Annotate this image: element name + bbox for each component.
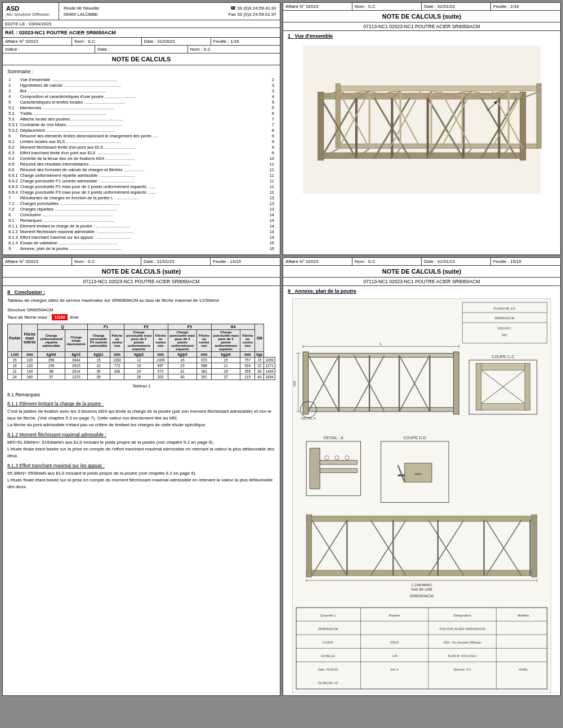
sommaire-page: 11: [265, 161, 275, 167]
svg-rect-1: [320, 153, 522, 159]
sommaire-page: 7: [265, 116, 275, 122]
sommaire-page: 13: [265, 200, 275, 206]
th-p2-charge: Charge ponctuelle maxi pour de 2 points …: [124, 330, 153, 352]
charges-cell: 28: [124, 374, 153, 380]
sommaire-row: 5.3.2Déplacement .......................…: [7, 127, 275, 133]
sommaire-text: Hypothèses de calculs ..................…: [19, 82, 265, 88]
sommaire-page: 14: [265, 212, 275, 217]
sommaire-page: 11: [265, 178, 275, 184]
sommaire-num: 5: [7, 99, 19, 105]
charges-cell: 1392: [110, 358, 124, 363]
sec8-title: Conclusion :: [15, 289, 46, 295]
text811: C'est la platine de fixation avec les 3 …: [7, 408, 275, 428]
charges-cell: 3044: [65, 358, 87, 363]
nom2-cell: Nom : S.C: [188, 46, 280, 53]
sommaire-page: 9: [265, 133, 275, 139]
charges-cell: 22: [255, 363, 264, 369]
sommaire-page: 8: [265, 127, 275, 133]
svg-rect-114: [306, 515, 312, 577]
address-line2: 08460 LALOBBE: [64, 11, 221, 17]
section-9-heading: 9 Annexe, plan de la poutre: [283, 286, 560, 296]
sommaire-page: 14: [265, 234, 275, 240]
sommaire-row: 2Hypothèses de calculs .................…: [7, 82, 275, 88]
sommaire-row: 5.2Treillis ............................…: [7, 110, 275, 116]
charges-cell: 2615: [65, 363, 87, 369]
sommaire-page: 14: [265, 229, 275, 234]
sommaire-row: 6.3Effort tranchant limite d'un pont aux…: [7, 150, 275, 155]
charges-cell: 1271: [264, 363, 275, 369]
sommaire-text: Essais de validation ...................…: [19, 240, 265, 245]
sommaire-num: 8.1.4: [7, 240, 19, 245]
svg-text:SR8050ACM: SR8050ACM: [410, 593, 434, 599]
th-unit-kgs: kgs: [255, 352, 264, 358]
sommaire-row: 6.6.1Charge uniformément répartie admiss…: [7, 172, 275, 178]
charges-cell: 201: [197, 374, 212, 380]
sommaire-text: Moment fléchissant limite d'un pont aux …: [19, 144, 265, 150]
table-caption: Tableau 1: [7, 383, 275, 388]
sommaire-row: 6.4Contrôle de la tenue des vis de fixat…: [7, 155, 275, 161]
top-right-panel: Affaire N° 02023 Nom : S.C Date : 31/01/…: [283, 2, 561, 255]
sommaire-row: 8.1.3Effort tranchant maximal sur les ap…: [7, 234, 275, 240]
charges-cell: 39: [87, 374, 110, 380]
bl-affaire: Affaire N° 02023: [3, 258, 72, 265]
sommaire-num: 6.4: [7, 155, 19, 161]
th-p1-fleche: Flèche au centre mm: [110, 330, 124, 352]
fleche-label: Taux de flèche maxi :: [7, 315, 50, 320]
sommaire-row: 8Conclusion ............................…: [7, 212, 275, 217]
th-p3-fleche: Flèche au centre mm: [197, 330, 212, 352]
fleche-unit: ème: [70, 315, 79, 320]
svg-rect-100: [320, 461, 357, 465]
svg-text:POUTRE ACIER SR8050ACM: POUTRE ACIER SR8050ACM: [439, 627, 485, 631]
svg-rect-94: [525, 364, 530, 410]
svg-rect-91: [476, 364, 530, 370]
sommaire-num: 6.6.2: [7, 178, 19, 184]
sommaire-row: 5.1Membrures ...........................…: [7, 105, 275, 110]
charges-cell: 160: [22, 374, 38, 380]
sommaire-page: 11: [265, 167, 275, 172]
sommaire-num: 5.3: [7, 116, 19, 122]
svg-text:Ind: A: Ind: A: [391, 668, 399, 672]
sub811-text: 8.1.1 Elément limitant la charge de la p…: [7, 401, 104, 407]
section-num: 1: [288, 33, 291, 39]
sommaire-page: 5: [265, 99, 275, 105]
svg-text:500: 500: [293, 381, 296, 387]
sommaire-page: 15: [265, 240, 275, 245]
svg-text:Repère: Repère: [389, 614, 400, 617]
tr-affaire: Affaire N° 02023: [283, 3, 352, 10]
tr-nom: Nom : S.C: [352, 3, 422, 10]
svg-text:Quantité 1: Quantité 1: [320, 614, 336, 617]
svg-text:Vérifié:: Vérifié:: [519, 668, 528, 672]
br-nom: Nom : S.C: [352, 258, 422, 265]
bl-date: Date : 31/01/23: [141, 258, 211, 265]
sommaire-page: 6: [265, 110, 275, 116]
sommaire-row: 8.1.2Moment fléchissant maximal admissib…: [7, 229, 275, 234]
th-p2: P2: [124, 324, 168, 330]
svg-text:Désignation: Désignation: [453, 614, 471, 617]
sommaire-row: 8.1.4Essais de validation ..............…: [7, 240, 275, 245]
br-feuille: Feuille : 16/16: [491, 258, 560, 265]
svg-text:Date: 31/01/23: Date: 31/01/23: [318, 668, 338, 672]
bl-nom: Nom : S.C: [72, 258, 141, 265]
th-unit-kgr2: kg/r2: [65, 352, 87, 358]
sommaire-num: 6.5: [7, 161, 19, 167]
affaire-cell: Affaire N° 02023: [3, 38, 72, 45]
svg-text:ASD: ASD: [502, 334, 507, 337]
th-p2-fleche: Flèche au centre mm: [153, 330, 168, 352]
charges-cell: 266: [110, 369, 124, 374]
th-unit-mm4: mm: [197, 352, 212, 358]
sommaire-num: 9: [7, 245, 19, 251]
charges-cell: 37: [211, 374, 240, 380]
sommaire-row: 8.1.1Elément limitant la charge de la po…: [7, 223, 275, 229]
sommaire-num: 5.3.2: [7, 127, 19, 133]
charges-cell: 30: [87, 369, 110, 374]
svg-text:PLANCHE 1/2: PLANCHE 1/2: [318, 682, 338, 685]
svg-rect-113: [306, 570, 537, 576]
charges-cell: 673: [197, 358, 212, 363]
charges-cell: 120: [22, 363, 38, 369]
th-unit-mm3: mm: [153, 352, 168, 358]
svg-rect-7: [520, 92, 526, 160]
sommaire-row: 6.6.2Charge ponctuelle P1 centrée admiss…: [7, 178, 275, 184]
br-subtitle: 07113-NC1 02023-NC1 POUTRE ACIER SR8050A…: [283, 278, 560, 286]
charges-cell: 15: [255, 358, 264, 363]
charges-cell: 757: [240, 358, 255, 363]
